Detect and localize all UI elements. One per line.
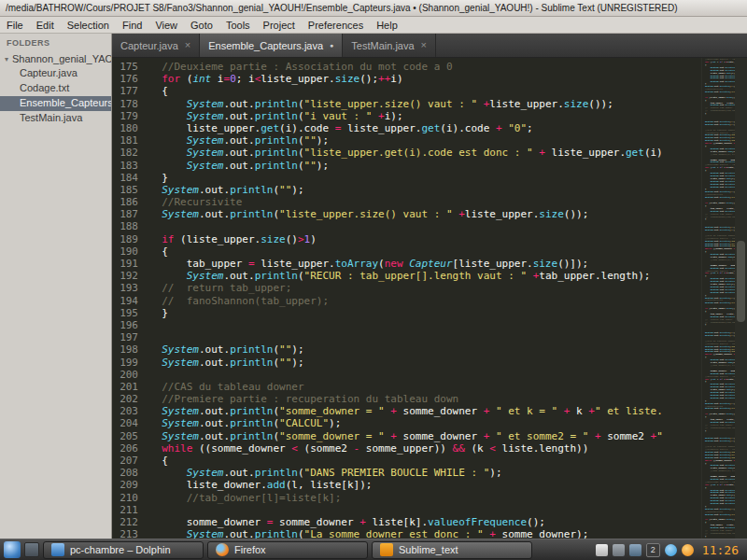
taskbar-button-firefox[interactable]: Firefox <box>207 541 368 559</box>
code-editor[interactable]: 175 //Deuxieme partie : Association du m… <box>112 58 747 539</box>
line-text: System.out.println(""); <box>149 343 304 356</box>
menu-goto[interactable]: Goto <box>184 17 219 33</box>
code-line[interactable]: 201 //CAS du tableau downer <box>112 381 747 393</box>
sidebar-file-ensemble-capteurs[interactable]: Ensemble_Capteurs <box>0 96 111 111</box>
menu-file[interactable]: File <box>0 17 30 33</box>
minimap-line: System.out.println(""); <box>702 334 735 337</box>
code-line[interactable]: 183 System.out.println(""); <box>112 160 747 172</box>
code-line[interactable]: 213 System.out.println("La somme downer … <box>112 528 747 539</box>
code-line[interactable]: 210 //tab_downer[l]=liste[k]; <box>112 492 747 504</box>
tab-ensemble-capteurs-java[interactable]: Ensemble_Capteurs.java● <box>200 34 343 57</box>
tab-testmain-java[interactable]: TestMain.java× <box>343 34 436 57</box>
menu-view[interactable]: View <box>148 17 184 33</box>
code-line[interactable]: 192 System.out.println("RECUR : tab_uppe… <box>112 270 747 282</box>
line-text: System.out.println("DANS PREMIER BOUCLE … <box>149 467 502 479</box>
minimap-line: System.out.println(""); <box>702 229 735 231</box>
menu-find[interactable]: Find <box>116 17 148 33</box>
close-tab-icon[interactable]: × <box>421 40 427 50</box>
code-line[interactable]: 180 liste_upper.get(i).code = liste_uppe… <box>112 122 747 134</box>
line-number: 198 <box>112 343 149 356</box>
code-line[interactable]: 199 System.out.println(""); <box>112 357 747 369</box>
minimap[interactable]: //Deuxieme partie : Association du mot c… <box>701 58 735 539</box>
code-line[interactable]: 194 // fanoShannon(tab_upper); <box>112 295 747 307</box>
line-text: for (int i=0; i<liste_upper.size();++i) <box>149 73 403 85</box>
line-text: } <box>149 172 168 184</box>
tab-label: TestMain.java <box>351 40 414 51</box>
sidebar-file-capteur-java[interactable]: Capteur.java <box>0 66 111 81</box>
menu-edit[interactable]: Edit <box>30 17 61 33</box>
code-area[interactable]: 175 //Deuxieme partie : Association du m… <box>112 58 747 539</box>
minimap-line: // fanoShannon(tab_upper); <box>702 215 735 217</box>
code-line[interactable]: 182 System.out.println("liste_upper.get(… <box>112 147 747 159</box>
menu-help[interactable]: Help <box>370 17 404 33</box>
minimap-line: System.out.println("liste_upper.size() v… <box>702 407 735 410</box>
clipboard-icon[interactable] <box>596 544 608 556</box>
code-line[interactable]: 198 System.out.println(""); <box>112 343 747 356</box>
sidebar-folder[interactable]: ▾ Shannon_genial_YAOUH <box>0 51 111 66</box>
code-line[interactable]: 211 <box>112 504 747 516</box>
code-line[interactable]: 193 // return tab_upper; <box>112 282 747 294</box>
code-line[interactable]: 204 System.out.println("CALCUL"); <box>112 417 747 429</box>
taskbar-button-sublime-text[interactable]: Sublime_text <box>372 541 532 559</box>
line-number: 208 <box>112 467 149 479</box>
code-line[interactable]: 206 while ((somme_downer < (somme2 - som… <box>112 442 747 455</box>
code-line[interactable]: 179 System.out.println("i vaut : " +i); <box>112 110 747 122</box>
line-text: //Deuxieme partie : Association du mot c… <box>149 61 453 73</box>
code-line[interactable]: 205 System.out.println("somme_downer = "… <box>112 430 747 442</box>
tab-label: Ensemble_Capteurs.java <box>208 40 323 51</box>
taskbar-button-pc-chambre-dolphin[interactable]: pc-chambre – Dolphin <box>43 541 204 559</box>
line-number: 212 <box>112 516 149 528</box>
network-icon[interactable] <box>629 544 641 556</box>
code-line[interactable]: 186 //Recursivite <box>112 196 747 208</box>
code-line[interactable]: 191 tab_upper = liste_upper.toArray(new … <box>112 258 747 270</box>
code-line[interactable]: 195 } <box>112 307 747 319</box>
code-line[interactable]: 184 } <box>112 172 747 184</box>
line-number: 193 <box>112 282 149 294</box>
code-line[interactable]: 203 System.out.println("somme_downer = "… <box>112 405 747 417</box>
code-line[interactable]: 181 System.out.println(""); <box>112 134 747 147</box>
code-line[interactable]: 189 if (liste_upper.size()>1) <box>112 233 747 245</box>
code-line[interactable]: 177 { <box>112 85 747 97</box>
line-number: 177 <box>112 85 149 97</box>
code-line[interactable]: 175 //Deuxieme partie : Association du m… <box>112 61 747 73</box>
code-line[interactable]: 208 System.out.println("DANS PREMIER BOU… <box>112 467 747 479</box>
close-tab-icon[interactable]: × <box>185 40 190 50</box>
desktop-pager[interactable]: 2 <box>646 543 660 557</box>
scrollbar-thumb[interactable] <box>737 241 745 323</box>
line-number: 180 <box>112 122 149 134</box>
code-line[interactable]: 185 System.out.println(""); <box>112 184 747 196</box>
code-line[interactable]: 209 liste_downer.add(l, liste[k]); <box>112 479 747 491</box>
code-line[interactable]: 187 System.out.println("liste_upper.size… <box>112 208 747 220</box>
sidebar-file-testmain-java[interactable]: TestMain.java <box>0 111 111 126</box>
menu-selection[interactable]: Selection <box>61 17 116 33</box>
scrollbar[interactable] <box>735 58 747 539</box>
volume-icon[interactable] <box>613 544 625 556</box>
menu-tools[interactable]: Tools <box>219 17 257 33</box>
code-line[interactable]: 176 for (int i=0; i<liste_upper.size();+… <box>112 73 747 85</box>
code-line[interactable]: 188 <box>112 220 747 232</box>
main-area: FOLDERS ▾ Shannon_genial_YAOUH Capteur.j… <box>0 34 747 539</box>
minimap-line: System.out.println("liste_upper.size() v… <box>702 512 735 515</box>
tab-capteur-java[interactable]: Capteur.java× <box>112 34 200 57</box>
minimap-line <box>702 538 735 539</box>
code-line[interactable]: 212 somme_downer = somme_downer + liste[… <box>112 516 747 528</box>
window-titlebar[interactable]: /media/BATHROW/Cours/PROJET S8/Fano3/Sha… <box>0 0 747 17</box>
code-line[interactable]: 200 <box>112 369 747 381</box>
menu-project[interactable]: Project <box>257 17 302 33</box>
code-line[interactable]: 207 { <box>112 455 747 467</box>
device-notifier-icon[interactable] <box>665 544 677 556</box>
updates-icon[interactable] <box>682 544 694 556</box>
application-launcher-button[interactable] <box>4 541 21 558</box>
sidebar-file-codage-txt[interactable]: Codage.txt <box>0 81 111 96</box>
code-line[interactable]: 202 //Premiere partie : recuperation du … <box>112 393 747 405</box>
clock[interactable]: 11:26 <box>700 543 743 557</box>
code-line[interactable]: 196 <box>112 319 747 331</box>
line-number: 210 <box>112 492 149 504</box>
minimap-line: while ((somme_downer < (somme2 - somme_u… <box>702 142 735 145</box>
code-line[interactable]: 178 System.out.println("liste_upper.size… <box>112 98 747 110</box>
minimap-line: if (liste_upper.size()>1) <box>702 413 735 415</box>
show-desktop-button[interactable] <box>24 542 39 557</box>
code-line[interactable]: 197 <box>112 331 747 343</box>
menu-preferences[interactable]: Preferences <box>302 17 370 33</box>
code-line[interactable]: 190 { <box>112 245 747 258</box>
